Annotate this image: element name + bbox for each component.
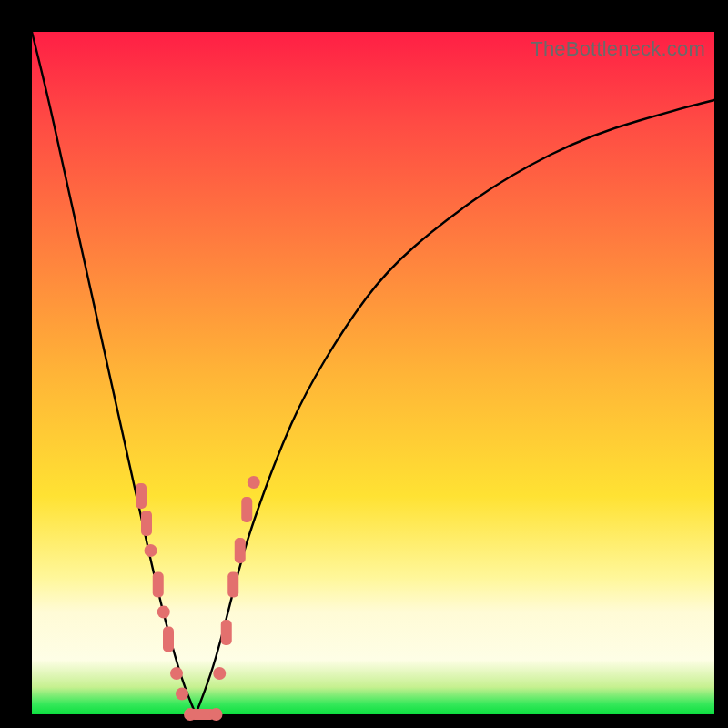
data-marker <box>163 627 174 652</box>
data-marker <box>145 544 157 557</box>
outer-frame: TheBottleneck.com <box>0 0 728 728</box>
data-marker <box>176 688 188 701</box>
data-marker <box>170 667 183 680</box>
data-marker <box>213 667 226 680</box>
data-marker <box>210 708 223 721</box>
data-marker <box>248 476 260 489</box>
chart-svg <box>32 32 714 714</box>
data-marker <box>153 572 164 598</box>
plot-area: TheBottleneck.com <box>32 32 714 714</box>
data-marker <box>235 538 246 563</box>
curve-path-right <box>196 100 714 714</box>
marker-group <box>136 476 260 721</box>
curve-path-left <box>32 32 196 714</box>
data-marker <box>157 606 170 619</box>
data-marker <box>136 483 147 509</box>
data-marker <box>228 572 238 598</box>
data-marker <box>221 620 232 645</box>
data-marker <box>141 511 152 536</box>
data-marker <box>241 497 252 522</box>
